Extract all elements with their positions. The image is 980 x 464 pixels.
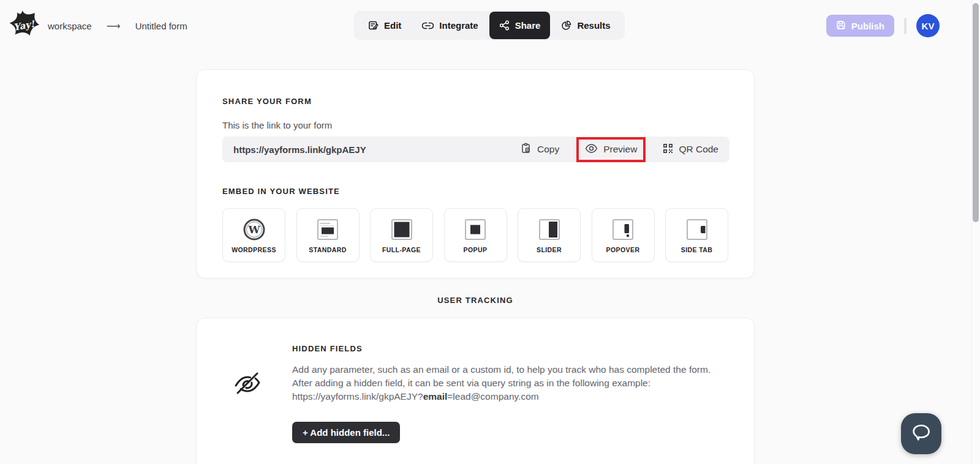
- share-card: SHARE YOUR FORM This is the link to your…: [196, 69, 755, 279]
- tab-integrate[interactable]: Integrate: [412, 13, 488, 37]
- breadcrumb-arrow-icon: ⟶: [107, 20, 121, 32]
- avatar[interactable]: KV: [916, 14, 940, 37]
- preview-button-label: Preview: [603, 144, 637, 155]
- breadcrumb-workspace[interactable]: workspace: [48, 21, 92, 31]
- form-link-bar: https://yayforms.link/gkpAEJY Copy: [222, 137, 729, 162]
- eye-slash-icon: [232, 389, 263, 400]
- user-tracking-heading: USER TRACKING: [196, 296, 755, 305]
- popup-embed-icon: [463, 217, 488, 242]
- hidden-fields-content: HIDDEN FIELDS Add any parameter, such as…: [292, 344, 731, 464]
- hidden-fields-description-text: Add any parameter, such as an email or a…: [292, 364, 710, 388]
- publish-button[interactable]: Publish: [826, 15, 894, 37]
- link-actions: Copy Preview: [521, 143, 718, 156]
- add-hidden-field-button[interactable]: + Add hidden field...: [292, 422, 400, 443]
- copy-button-label: Copy: [537, 144, 559, 155]
- avatar-initials: KV: [922, 21, 935, 31]
- header-divider: [904, 18, 907, 34]
- embed-option-wordpress[interactable]: W WORDPRESS: [222, 208, 285, 262]
- tab-results[interactable]: Results: [551, 13, 620, 37]
- main-tabbar: Edit Integrate Share: [354, 11, 625, 40]
- yayforms-logo-icon[interactable]: Yay!: [9, 10, 39, 40]
- qr-code-icon: [663, 143, 673, 156]
- embed-option-side-tab[interactable]: SIDE TAB: [665, 208, 728, 262]
- edit-icon: [368, 20, 379, 31]
- slider-embed-icon: [537, 217, 562, 242]
- link-caption: This is the link to your form: [222, 120, 728, 130]
- embed-option-label: WORDPRESS: [232, 246, 276, 253]
- example-url-prefix: https://yayforms.link/gkpAEJY?: [292, 391, 423, 402]
- embed-option-standard[interactable]: STANDARD: [296, 208, 360, 262]
- results-icon: [561, 20, 571, 31]
- integrate-icon: [422, 22, 434, 29]
- hidden-fields-example: https://yayforms.link/gkpAEJY?email=lead…: [292, 390, 731, 403]
- embed-option-label: STANDARD: [309, 246, 347, 253]
- embed-option-label: POPOVER: [606, 246, 640, 253]
- example-url-param: email: [423, 391, 448, 402]
- tab-integrate-label: Integrate: [439, 20, 478, 31]
- preview-button-wrapper: Preview: [579, 144, 643, 155]
- embed-option-popover[interactable]: POPOVER: [592, 208, 655, 262]
- embed-option-popup[interactable]: POPUP: [444, 208, 507, 262]
- copy-button[interactable]: Copy: [521, 143, 559, 156]
- wordpress-icon: W: [242, 217, 266, 242]
- qr-code-button-label: QR Code: [679, 144, 718, 155]
- copy-icon: [521, 143, 532, 156]
- tab-edit-label: Edit: [384, 20, 401, 31]
- hidden-fields-description: Add any parameter, such as an email or a…: [292, 363, 731, 403]
- hidden-fields-card: HIDDEN FIELDS Add any parameter, such as…: [196, 318, 755, 464]
- header-right-cluster: Publish KV: [826, 0, 940, 51]
- embed-section-title: EMBED IN YOUR WEBSITE: [222, 187, 728, 196]
- embed-option-label: POPUP: [464, 246, 488, 253]
- hidden-fields-title: HIDDEN FIELDS: [292, 344, 731, 353]
- embed-option-label: FULL-PAGE: [382, 246, 421, 253]
- form-link-url[interactable]: https://yayforms.link/gkpAEJY: [233, 144, 521, 155]
- save-icon: [836, 20, 846, 32]
- eye-icon: [585, 144, 598, 155]
- full-page-embed-icon: [390, 217, 414, 242]
- tab-results-label: Results: [577, 20, 610, 31]
- standard-embed-icon: [315, 217, 340, 242]
- svg-text:W: W: [247, 223, 260, 236]
- embed-option-label: SLIDER: [537, 246, 562, 253]
- side-tab-embed-icon: [685, 217, 709, 242]
- preview-button[interactable]: Preview: [585, 144, 637, 155]
- tab-share-label: Share: [515, 20, 541, 31]
- popover-embed-icon: [611, 217, 635, 242]
- embed-option-label: SIDE TAB: [681, 246, 713, 253]
- breadcrumb: workspace ⟶ Untitled form: [48, 20, 187, 32]
- embed-options-row: W WORDPRESS STANDARD: [222, 208, 728, 262]
- qr-code-button[interactable]: QR Code: [663, 143, 718, 156]
- tab-share[interactable]: Share: [489, 12, 551, 39]
- chat-bubble-icon: [911, 424, 931, 444]
- tab-edit[interactable]: Edit: [358, 13, 411, 37]
- scrollbar-thumb[interactable]: [973, 3, 979, 222]
- hidden-fields-icon-column: [222, 344, 292, 464]
- example-url-suffix: =lead@company.com: [447, 391, 538, 402]
- publish-button-label: Publish: [851, 21, 884, 31]
- scrollbar-track[interactable]: [971, 0, 980, 464]
- embed-option-slider[interactable]: SLIDER: [518, 208, 581, 262]
- chat-widget-button[interactable]: [901, 413, 941, 454]
- breadcrumb-form-name[interactable]: Untitled form: [135, 21, 187, 31]
- share-section-title: SHARE YOUR FORM: [222, 97, 728, 106]
- header: Yay! workspace ⟶ Untitled form Edit: [0, 0, 980, 51]
- embed-option-full-page[interactable]: FULL-PAGE: [370, 208, 433, 262]
- share-icon: [499, 20, 510, 31]
